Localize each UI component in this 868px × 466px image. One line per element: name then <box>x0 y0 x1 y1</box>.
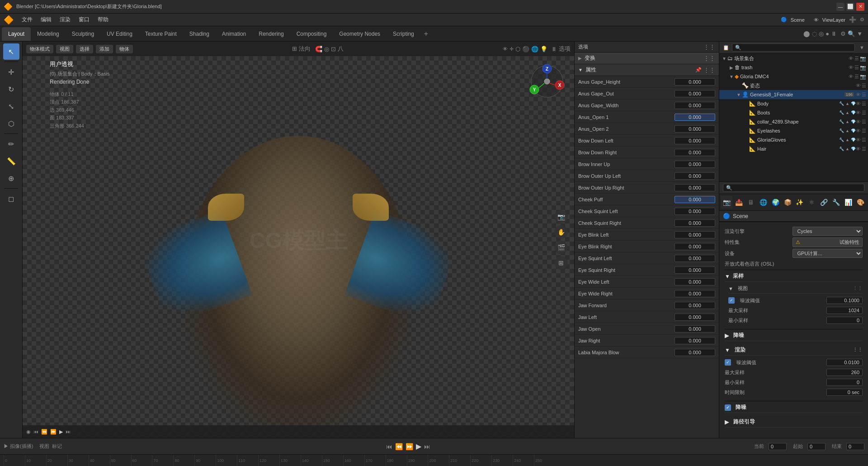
viewport-filter[interactable]: ▼ <box>857 30 863 37</box>
path-guide-header[interactable]: ▶ 路径引导 <box>725 417 863 428</box>
timeline[interactable]: 0102030405060708090100110120130140150160… <box>0 454 868 466</box>
render-tab-particles[interactable]: ✨ <box>794 196 806 209</box>
transform-menu[interactable]: ⋮⋮ <box>703 55 715 62</box>
play-btn[interactable]: ▶ <box>416 442 421 451</box>
denoise2-checkbox[interactable]: ✓ <box>725 404 731 411</box>
measure-tool[interactable]: 📏 <box>3 153 19 169</box>
attr-value-10[interactable] <box>675 196 715 203</box>
menu-file[interactable]: 文件 <box>18 14 36 25</box>
start-frame-input[interactable] <box>807 443 826 450</box>
move-tool[interactable]: ✛ <box>3 64 19 80</box>
attr-value-8[interactable] <box>675 172 715 180</box>
render-section-menu[interactable]: ⋮⋮ <box>853 347 863 353</box>
view-layer-add[interactable]: ➕ <box>849 16 856 23</box>
add-cube-tool[interactable]: ◻ <box>3 190 19 207</box>
attr-value-14[interactable] <box>675 243 715 250</box>
step-back[interactable]: ⏪ <box>41 429 47 435</box>
attr-value-5[interactable] <box>675 137 715 144</box>
snap-button[interactable]: 🧲 <box>315 46 322 52</box>
viewport-shading-2[interactable]: ◌ <box>812 30 817 37</box>
viewport-layout-button[interactable]: 视图 <box>56 45 73 53</box>
jump-start[interactable]: ⏮ <box>33 429 38 434</box>
pose-eye[interactable]: 👁 <box>856 83 861 89</box>
max-samples-value[interactable]: 1024 <box>826 307 863 314</box>
boots-sel[interactable]: ☰ <box>862 110 866 116</box>
attr-value-19[interactable] <box>675 302 715 309</box>
scene-collection-item[interactable]: ▼ 🗂 场景集合 👁 ☰ 📷 <box>719 54 868 63</box>
step-forward-btn[interactable]: ⏩ <box>406 443 413 450</box>
jump-end-btn[interactable]: ⏭ <box>424 443 430 450</box>
render-max-value[interactable]: 260 <box>826 369 863 376</box>
scene-vis-eye[interactable]: 👁 <box>849 56 854 62</box>
filter-icon[interactable]: ⚙ <box>860 17 864 23</box>
min-samples-value[interactable]: 0 <box>826 317 863 324</box>
render-tab-constraints[interactable]: 🔗 <box>818 196 830 209</box>
tab-texture-paint[interactable]: Texture Paint <box>139 27 183 41</box>
transform-orientation[interactable]: ⊞ 法向 <box>292 45 311 53</box>
eyelashes-sel[interactable]: ☰ <box>862 128 866 134</box>
render-tab-object[interactable]: 📦 <box>782 196 793 209</box>
scene-vis-select[interactable]: ☰ <box>854 56 859 62</box>
nav-camera[interactable]: 📷 <box>554 210 568 223</box>
attributes-section-header[interactable]: ▼ 属性 📌 ⋮⋮ <box>575 64 719 76</box>
nav-look[interactable]: 🎬 <box>554 241 568 254</box>
tab-modeling[interactable]: Modeling <box>31 27 66 41</box>
collar-sel[interactable]: ☰ <box>862 119 866 125</box>
render-tab-camera[interactable]: 📷 <box>721 196 732 209</box>
maximize-button[interactable]: ⬜ <box>846 3 854 11</box>
viewport-shading-solid[interactable]: ⚫ <box>522 46 529 52</box>
render-tab-world[interactable]: 🌍 <box>770 196 781 209</box>
render-tab-view[interactable]: 🖥 <box>745 196 757 209</box>
transform-tool[interactable]: ⬡ <box>3 115 19 132</box>
playback-view[interactable]: 视图 <box>39 443 49 450</box>
transform-section-header[interactable]: ▶ 变换 ⋮⋮ <box>575 52 719 64</box>
attributes-menu[interactable]: ⋮⋮ <box>703 67 715 73</box>
attr-value-6[interactable] <box>675 149 715 156</box>
attr-value-12[interactable] <box>675 219 715 227</box>
properties-menu[interactable]: ⋮⋮ <box>703 43 715 50</box>
sampling-header[interactable]: ▼ 采样 <box>725 271 863 282</box>
hair-sel[interactable]: ☰ <box>862 146 866 152</box>
device-dropdown[interactable]: GPU计算... <box>793 249 863 258</box>
tab-uv-editing[interactable]: UV Editing <box>100 27 139 41</box>
pin-icon[interactable]: 📌 <box>695 67 702 73</box>
render-min-value[interactable]: 0 <box>826 379 863 386</box>
eyelashes-item[interactable]: 📐 Eyelashes 🔧 ▲ 💎 👁 ☰ <box>719 126 868 135</box>
viewport-object-button[interactable]: 物体 <box>116 45 133 53</box>
trash-sel[interactable]: ☰ <box>854 65 859 71</box>
trash-render[interactable]: 📷 <box>860 65 866 71</box>
step-back-btn[interactable]: ⏪ <box>395 443 403 450</box>
eyelashes-eye[interactable]: 👁 <box>856 128 861 134</box>
outliner-filter[interactable]: ▼ <box>859 45 864 50</box>
attr-value-4[interactable] <box>675 125 715 133</box>
tab-shading[interactable]: Shading <box>183 27 216 41</box>
add-workspace-button[interactable]: + <box>420 28 432 40</box>
render-header[interactable]: ▼ 渲染 ⋮⋮ <box>725 345 863 356</box>
viewport-search[interactable]: 🔍 <box>848 30 855 37</box>
outliner-search-input[interactable] <box>732 43 855 52</box>
viewport-pause[interactable]: ⏸ <box>831 30 837 37</box>
render-tab-data[interactable]: 📊 <box>843 196 854 209</box>
render-tab-scene[interactable]: 🌐 <box>758 196 769 209</box>
trash-item[interactable]: ▶ 🗑 trash 👁 ☰ 📷 <box>719 63 868 72</box>
jump-start-btn[interactable]: ⏮ <box>386 443 392 450</box>
viewport-shading-4[interactable]: ● <box>826 30 829 37</box>
annotate-tool[interactable]: ✏ <box>3 136 19 152</box>
hair-item[interactable]: 📐 Hair 🔧 ▲ 💎 👁 ☰ <box>719 144 868 153</box>
boots-eye[interactable]: 👁 <box>856 110 861 116</box>
gloria-item[interactable]: ▼ ◆ Gloria DMC4 👁 ☰ 📷 <box>719 72 868 81</box>
render-search-input[interactable] <box>723 184 864 192</box>
viewport-shading-mat[interactable]: 🌐 <box>531 46 538 52</box>
menu-window[interactable]: 窗口 <box>75 14 93 25</box>
cursor-tool[interactable]: ⊕ <box>3 170 19 186</box>
viewport-shading-wire[interactable]: ⬡ <box>515 46 520 52</box>
step-forward[interactable]: ⏩ <box>50 429 57 435</box>
render-noise-checkbox[interactable]: ✓ <box>725 359 731 366</box>
pose-sel[interactable]: ☰ <box>862 83 866 89</box>
attr-value-20[interactable] <box>675 314 715 321</box>
gloves-item[interactable]: 📐 GloriaGloves 🔧 ▲ 💎 👁 ☰ <box>719 135 868 144</box>
tab-geometry-nodes[interactable]: Geometry Nodes <box>333 27 387 41</box>
denoise-header[interactable]: ▶ 降噪 <box>725 330 863 341</box>
play-button[interactable]: ▶ <box>59 429 63 435</box>
attr-value-22[interactable] <box>675 337 715 344</box>
